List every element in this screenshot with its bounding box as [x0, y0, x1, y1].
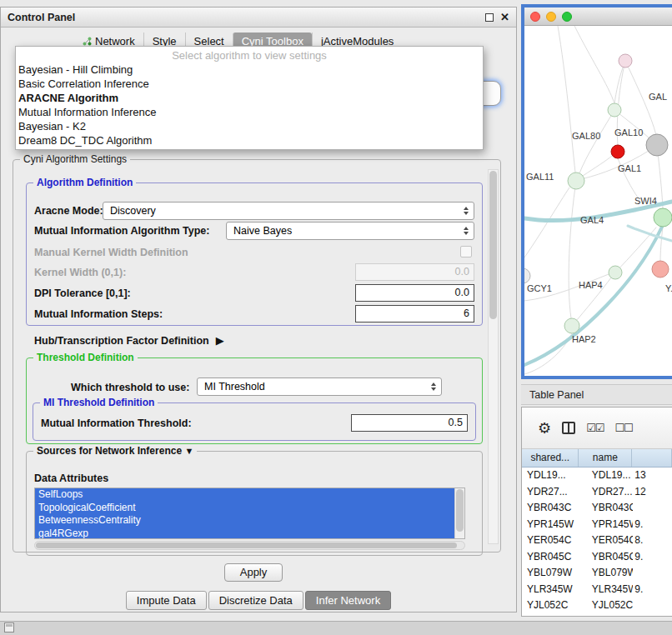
algorithm-option[interactable]: Bayesian - K2 [16, 119, 483, 133]
bottom-tab-discretize-data[interactable]: Discretize Data [208, 591, 303, 610]
control-panel-titlebar: Control Panel ✕ [1, 8, 516, 28]
network-node[interactable] [646, 134, 668, 156]
algorithm-option[interactable]: Dream8 DC_TDC Algorithm [16, 133, 483, 148]
scrollbar-thumb[interactable] [36, 542, 457, 548]
deselect-all-columns-icon[interactable]: ☐☐ [614, 422, 632, 434]
table-cell [633, 500, 672, 517]
float-window-icon[interactable] [485, 13, 494, 22]
mi-threshold-field[interactable]: 0.5 [351, 414, 468, 432]
column-header[interactable] [632, 449, 672, 467]
select-all-columns-icon[interactable]: ☑☑ [586, 422, 604, 434]
horizontal-scrollbar[interactable] [34, 541, 465, 550]
algorithm-option[interactable]: Basic Correlation Inference [16, 77, 483, 91]
attribute-item[interactable]: SelfLoops [35, 488, 454, 502]
attribute-item[interactable]: gal4RGexp [35, 528, 454, 540]
node-label: Y... [665, 283, 672, 293]
algorithm-option[interactable]: Mutual Information Inference [16, 105, 483, 119]
network-node[interactable] [609, 266, 622, 279]
table-row[interactable]: YDR27...YDR27...12 [522, 484, 672, 501]
sources-title: Sources for Network Inference [37, 445, 182, 457]
table-cell: 9. [633, 582, 672, 598]
expand-icon[interactable]: ▶ [216, 334, 224, 347]
table-cell: YPR145W [522, 517, 579, 533]
network-node[interactable] [619, 54, 632, 68]
network-edge[interactable] [524, 188, 569, 258]
algorithm-option[interactable]: Bayesian - Hill Climbing [16, 62, 483, 77]
network-graph[interactable]: GALGAL80GAL10GAL11GAL1SWI4GAL4GCY1HAP4Y.… [524, 26, 672, 376]
table-cell: 12 [633, 484, 672, 501]
dropdown-placeholder[interactable]: Select algorithm to view settings [16, 48, 483, 62]
stepper-icon [459, 202, 472, 219]
scrollbar-thumb[interactable] [456, 489, 464, 532]
table-cell [633, 565, 672, 582]
attributes-list[interactable]: SelfLoopsTopologicalCoefficientBetweenne… [34, 488, 465, 539]
table-cell: YBR043C [522, 500, 579, 517]
stepper-icon [427, 378, 439, 395]
node-label: GAL11 [526, 172, 554, 182]
algorithm-option[interactable]: ARACNE Algorithm [16, 91, 483, 105]
attribute-item[interactable]: TopologicalCoefficient [35, 502, 454, 515]
network-edge[interactable] [558, 26, 575, 172]
attributes-rows: SelfLoopsTopologicalCoefficientBetweenne… [35, 488, 454, 538]
node-label: GAL1 [618, 163, 641, 173]
settings-scrollbar[interactable] [488, 169, 499, 544]
columns-icon[interactable] [562, 422, 575, 434]
network-node[interactable] [524, 268, 530, 283]
table-cell: YDL19... [522, 468, 579, 484]
network-node[interactable] [568, 172, 584, 189]
network-edge[interactable] [524, 227, 662, 365]
network-node[interactable] [564, 318, 579, 333]
minimize-button[interactable] [546, 12, 556, 22]
mi-threshold-label: Mutual Information Threshold: [41, 418, 192, 429]
network-node[interactable] [608, 103, 621, 117]
table-row[interactable]: YLR345WYLR345W9. [522, 582, 672, 598]
table-cell: YPR145W [579, 517, 633, 533]
panel-title: Control Panel [8, 12, 75, 23]
column-header[interactable]: name [579, 449, 632, 467]
network-edge[interactable] [569, 181, 576, 318]
dpi-tolerance-field[interactable]: 0.0 [355, 284, 474, 302]
network-edge[interactable] [579, 110, 614, 173]
table-row[interactable]: YDL19...YDL19...13 [522, 468, 672, 484]
table-header: shared...name [522, 449, 672, 468]
network-edge[interactable] [583, 156, 612, 176]
network-node[interactable] [654, 208, 672, 227]
dpi-tolerance-label: DPI Tolerance [0,1]: [34, 288, 131, 299]
table-row[interactable]: YBR045CYBR045C9. [522, 549, 672, 566]
aracne-mode-combo[interactable]: Discovery [103, 202, 474, 220]
algorithm-definition-title: Algorithm Definition [33, 177, 136, 188]
table-row[interactable]: YBR043CYBR043C [522, 500, 672, 517]
table-cell: YJL052C [522, 598, 579, 614]
close-button[interactable] [530, 12, 540, 22]
network-edge[interactable] [574, 26, 614, 103]
collapse-icon[interactable]: ▼ [184, 446, 193, 456]
hub-definition-section[interactable]: Hub/Transcription Factor Definition ▶ [34, 334, 224, 347]
table-row[interactable]: YBL079WYBL079W [522, 565, 672, 582]
combo-value: MI Threshold [204, 381, 265, 392]
gear-icon[interactable]: ⚙ [538, 421, 551, 436]
table-cell: YER054C [579, 532, 633, 549]
mi-type-combo[interactable]: Naive Bayes [226, 222, 474, 240]
restore-panel-icon[interactable] [4, 622, 14, 632]
bottom-tab-impute-data[interactable]: Impute Data [126, 591, 207, 610]
which-threshold-combo[interactable]: MI Threshold [197, 378, 442, 396]
bottom-tab-infer-network[interactable]: Infer Network [305, 591, 391, 610]
attributes-scrollbar[interactable] [454, 488, 464, 538]
close-icon[interactable]: ✕ [500, 11, 509, 23]
table-row[interactable]: YPR145WYPR145W9. [522, 517, 672, 533]
mi-threshold-title: MI Threshold Definition [40, 397, 158, 408]
network-node[interactable] [611, 145, 624, 158]
scrollbar-thumb[interactable] [489, 171, 497, 319]
mi-steps-field[interactable]: 6 [355, 305, 474, 322]
mi-type-label: Mutual Information Algorithm Type: [34, 225, 209, 237]
zoom-button[interactable] [562, 12, 572, 22]
table-row[interactable]: YJL052CYJL052C [522, 598, 672, 614]
network-node[interactable] [652, 261, 669, 278]
apply-button[interactable]: Apply [224, 563, 283, 582]
column-header[interactable]: shared... [522, 449, 579, 467]
table-row[interactable]: YER054CYER054C8. [522, 532, 672, 549]
attribute-item[interactable]: BetweennessCentrality [35, 514, 454, 528]
manual-kernel-checkbox[interactable] [460, 246, 472, 258]
network-edge[interactable] [628, 226, 672, 241]
table-cell: YBL079W [522, 565, 579, 582]
